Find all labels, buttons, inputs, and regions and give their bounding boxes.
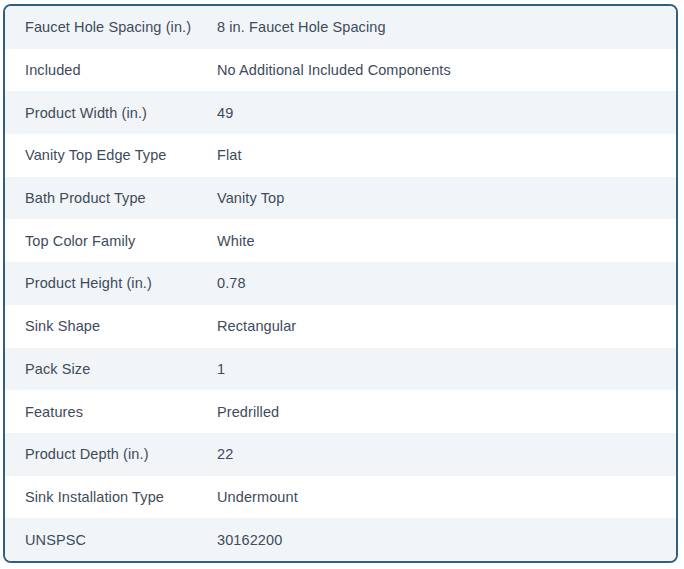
spec-value: 8 in. Faucet Hole Spacing — [217, 19, 656, 35]
spec-value: White — [217, 233, 656, 249]
product-specifications-table: Faucet Hole Spacing (in.) 8 in. Faucet H… — [3, 4, 678, 563]
spec-row: Features Predrilled — [5, 390, 676, 433]
spec-value: Vanity Top — [217, 190, 656, 206]
spec-value: 0.78 — [217, 275, 656, 291]
spec-label: Bath Product Type — [25, 190, 217, 206]
spec-label: Product Width (in.) — [25, 105, 217, 121]
spec-label: UNSPSC — [25, 532, 217, 548]
spec-row: Included No Additional Included Componen… — [5, 49, 676, 92]
spec-row: Product Depth (in.) 22 — [5, 433, 676, 476]
spec-label: Product Height (in.) — [25, 275, 217, 291]
spec-value: No Additional Included Components — [217, 62, 656, 78]
spec-row: Bath Product Type Vanity Top — [5, 177, 676, 220]
spec-row: Pack Size 1 — [5, 348, 676, 391]
spec-label: Faucet Hole Spacing (in.) — [25, 19, 217, 35]
spec-value: Rectangular — [217, 318, 656, 334]
spec-label: Top Color Family — [25, 233, 217, 249]
spec-value: 49 — [217, 105, 656, 121]
spec-value: Predrilled — [217, 404, 656, 420]
spec-row: Vanity Top Edge Type Flat — [5, 134, 676, 177]
spec-label: Vanity Top Edge Type — [25, 147, 217, 163]
spec-value: Flat — [217, 147, 656, 163]
spec-label: Product Depth (in.) — [25, 446, 217, 462]
spec-value: 22 — [217, 446, 656, 462]
spec-label: Included — [25, 62, 217, 78]
spec-row: Sink Shape Rectangular — [5, 305, 676, 348]
spec-row: Product Height (in.) 0.78 — [5, 262, 676, 305]
spec-row: Top Color Family White — [5, 219, 676, 262]
spec-row: Sink Installation Type Undermount — [5, 476, 676, 519]
spec-value: 1 — [217, 361, 656, 377]
spec-label: Sink Installation Type — [25, 489, 217, 505]
spec-row: UNSPSC 30162200 — [5, 518, 676, 561]
spec-value: Undermount — [217, 489, 656, 505]
spec-row: Product Width (in.) 49 — [5, 91, 676, 134]
spec-row: Faucet Hole Spacing (in.) 8 in. Faucet H… — [5, 6, 676, 49]
spec-label: Features — [25, 404, 217, 420]
spec-label: Sink Shape — [25, 318, 217, 334]
spec-value: 30162200 — [217, 532, 656, 548]
spec-label: Pack Size — [25, 361, 217, 377]
